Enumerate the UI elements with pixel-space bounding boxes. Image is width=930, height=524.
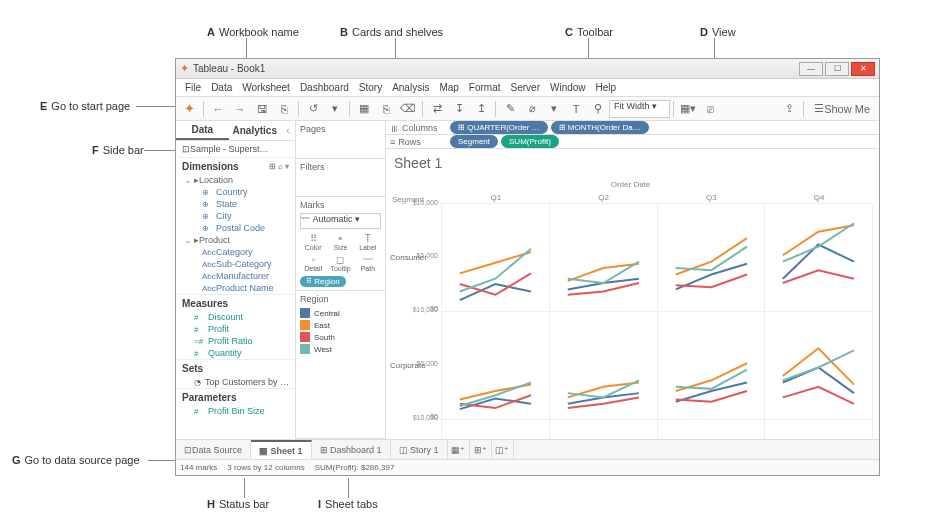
menu-worksheet[interactable]: Worksheet — [237, 82, 295, 93]
dim-field[interactable]: AbcProduct Name — [176, 282, 295, 294]
legend-item[interactable]: Central — [300, 307, 381, 319]
dim-field[interactable]: AbcCategory — [176, 246, 295, 258]
close-button[interactable]: ✕ — [851, 62, 875, 76]
set-item[interactable]: ◔Top Customers by … — [176, 376, 295, 388]
redo-dropdown[interactable]: ▾ — [325, 99, 345, 119]
forward-button[interactable]: → — [230, 99, 250, 119]
mark-label[interactable]: TLabel — [355, 232, 381, 252]
chart-cell[interactable] — [764, 203, 873, 312]
clear-button[interactable]: ⌫ — [398, 99, 418, 119]
new-data-button[interactable]: ⎘ — [274, 99, 294, 119]
fit-select[interactable]: Fit Width ▾ — [609, 100, 670, 118]
dropdown-icon[interactable]: ▾ — [544, 99, 564, 119]
dim-field[interactable]: AbcSub-Category — [176, 258, 295, 270]
presentation-button[interactable]: ⎚ — [700, 99, 720, 119]
sidebar-collapse-icon[interactable]: ‹ — [281, 121, 295, 140]
view-cards-button[interactable]: ▦▾ — [678, 99, 698, 119]
dim-group[interactable]: ⌄▸ Location — [176, 174, 295, 186]
new-dashboard-tab[interactable]: ⊞⁺ — [470, 440, 492, 459]
menu-story[interactable]: Story — [354, 82, 387, 93]
menu-analysis[interactable]: Analysis — [387, 82, 434, 93]
mark-color[interactable]: ⠿Color — [300, 232, 326, 252]
sheet-tab[interactable]: ⊞ Dashboard 1 — [312, 440, 391, 459]
new-story-tab[interactable]: ◫⁺ — [492, 440, 514, 459]
callout-h: HStatus bar — [207, 498, 269, 510]
menu-window[interactable]: Window — [545, 82, 591, 93]
pin-button[interactable]: ⚲ — [588, 99, 608, 119]
chart-cell[interactable] — [657, 203, 766, 312]
menu-file[interactable]: File — [180, 82, 206, 93]
minimize-button[interactable]: — — [799, 62, 823, 76]
sheet-title[interactable]: Sheet 1 — [386, 149, 879, 177]
chart-cell[interactable] — [657, 419, 766, 440]
chart-cell[interactable] — [657, 311, 766, 420]
rows-shelf[interactable]: ≡Rows SegmentSUM(Profit) — [386, 135, 879, 149]
new-worksheet-tab[interactable]: ▦⁺ — [448, 440, 470, 459]
dim-group[interactable]: ⌄▸ Product — [176, 234, 295, 246]
swap-button[interactable]: ⇄ — [427, 99, 447, 119]
dim-field[interactable]: ⊕Country — [176, 186, 295, 198]
maximize-button[interactable]: ☐ — [825, 62, 849, 76]
menu-data[interactable]: Data — [206, 82, 237, 93]
marks-color-pill[interactable]: ⠿ Region — [300, 276, 346, 287]
mark-path[interactable]: 〰Path — [355, 253, 381, 273]
columns-shelf[interactable]: ⫼Columns ⊞ QUARTER(Order …⊞ MONTH(Order … — [386, 121, 879, 135]
dim-field[interactable]: ⊕City — [176, 210, 295, 222]
sheet-tab[interactable]: ◫ Story 1 — [391, 440, 448, 459]
measure-field[interactable]: #Discount — [176, 311, 295, 323]
highlight-button[interactable]: ✎ — [500, 99, 520, 119]
data-source-tab[interactable]: ⊡ Data Source — [176, 440, 251, 459]
filters-card[interactable]: Filters — [296, 159, 385, 197]
menu-server[interactable]: Server — [506, 82, 545, 93]
chart-cell[interactable]: $10,000$5,000$0 — [441, 203, 550, 312]
duplicate-button[interactable]: ⎘ — [376, 99, 396, 119]
measure-field[interactable]: #Quantity — [176, 347, 295, 359]
data-source-item[interactable]: ⊡ Sample - Superst… — [176, 141, 295, 157]
save-button[interactable]: 🖫 — [252, 99, 272, 119]
sidebar-tab-analytics[interactable]: Analytics — [229, 121, 282, 140]
legend-item[interactable]: West — [300, 343, 381, 355]
callout-d: DView — [700, 26, 736, 38]
dim-field[interactable]: ⊕Postal Code — [176, 222, 295, 234]
share-button[interactable]: ⇪ — [779, 99, 799, 119]
marks-type-select[interactable]: 〰 Automatic ▾ — [300, 213, 381, 229]
shelf-pill[interactable]: ⊞ MONTH(Order Da… — [551, 121, 649, 134]
chart-cell[interactable] — [764, 311, 873, 420]
mark-tooltip[interactable]: ◻Tooltip — [327, 253, 353, 273]
group-button[interactable]: ⌀ — [522, 99, 542, 119]
menu-help[interactable]: Help — [591, 82, 622, 93]
legend-item[interactable]: East — [300, 319, 381, 331]
chart-cell[interactable] — [549, 419, 658, 440]
dim-field[interactable]: AbcManufacturer — [176, 270, 295, 282]
chart-cell[interactable] — [764, 419, 873, 440]
shelf-pill[interactable]: SUM(Profit) — [501, 135, 559, 148]
dim-field[interactable]: ⊕State — [176, 198, 295, 210]
sheet-tab[interactable]: ▦ Sheet 1 — [251, 440, 312, 459]
chart-cell[interactable] — [549, 311, 658, 420]
mark-size[interactable]: ⚬Size — [327, 232, 353, 252]
measure-field[interactable]: #Profit — [176, 323, 295, 335]
legend-item[interactable]: South — [300, 331, 381, 343]
mark-detail[interactable]: ▫Detail — [300, 253, 326, 273]
pages-card[interactable]: Pages — [296, 121, 385, 159]
chart-area[interactable]: Order Date SegmentQ1Q2Q3Q4Consumer$10,00… — [386, 177, 879, 439]
shelf-pill[interactable]: ⊞ QUARTER(Order … — [450, 121, 548, 134]
menu-map[interactable]: Map — [434, 82, 463, 93]
shelf-pill[interactable]: Segment — [450, 135, 498, 148]
back-button[interactable]: ← — [208, 99, 228, 119]
show-me-button[interactable]: ☰ Show Me — [808, 99, 876, 119]
parameter-item[interactable]: #Profit Bin Size — [176, 405, 295, 417]
measure-field[interactable]: =#Profit Ratio — [176, 335, 295, 347]
sort-desc-button[interactable]: ↥ — [471, 99, 491, 119]
chart-cell[interactable]: $10,000$5,000$0 — [441, 419, 550, 440]
sort-asc-button[interactable]: ↧ — [449, 99, 469, 119]
menu-format[interactable]: Format — [464, 82, 506, 93]
chart-cell[interactable] — [549, 203, 658, 312]
label-button[interactable]: T — [566, 99, 586, 119]
undo-button[interactable]: ↺ — [303, 99, 323, 119]
chart-cell[interactable]: $10,000$5,000$0 — [441, 311, 550, 420]
sidebar-tab-data[interactable]: Data — [176, 121, 229, 140]
new-worksheet-button[interactable]: ▦ — [354, 99, 374, 119]
menu-dashboard[interactable]: Dashboard — [295, 82, 354, 93]
start-page-button[interactable]: ✦ — [179, 99, 199, 119]
